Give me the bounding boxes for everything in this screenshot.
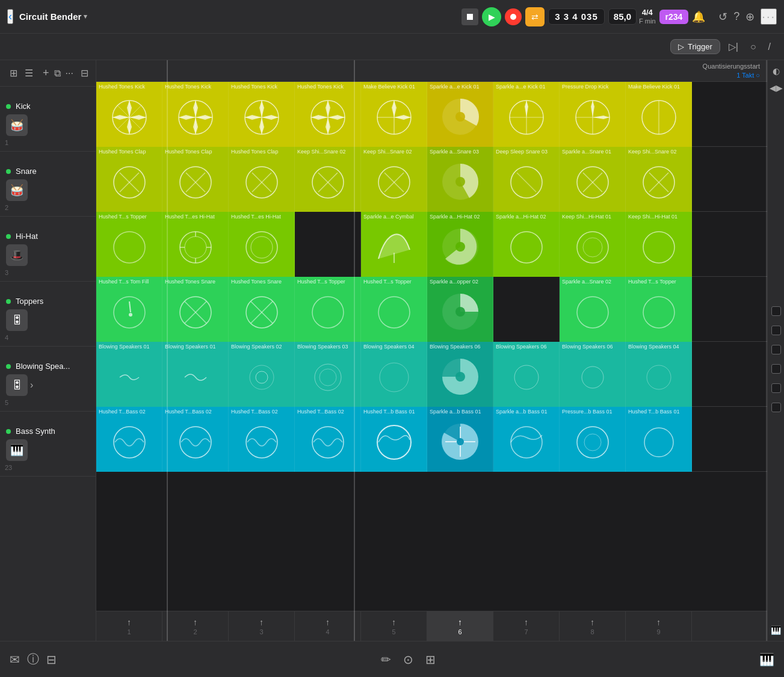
cell-snare-5[interactable]: Keep Shi...Snare 02 xyxy=(361,147,427,212)
cell-kick-4[interactable]: Hushed Tones Kick xyxy=(295,82,361,147)
cell-bass-9[interactable]: Hushed T...b Bass 01 xyxy=(626,407,692,472)
rs-checkbox-3[interactable] xyxy=(771,345,781,354)
track-item-toppers[interactable]: Toppers 🎛 4 xyxy=(0,282,96,347)
col-header-1[interactable]: ↑ 1 xyxy=(96,611,162,641)
cell-snare-4[interactable]: Keep Shi...Snare 02 xyxy=(295,147,361,212)
trigger-button[interactable]: ▷ Trigger xyxy=(670,39,720,54)
info-icon[interactable]: ⓘ xyxy=(27,651,39,667)
col-header-3[interactable]: ↑ 3 xyxy=(229,611,295,641)
cell-toppers-4[interactable]: Hushed T...s Topper xyxy=(295,277,361,342)
cell-toppers-3[interactable]: Hushed Tones Snare xyxy=(229,277,295,342)
grid-scroll[interactable]: Hushed Tones Kick Hushed Tones Kick Hush… xyxy=(96,82,767,611)
cell-bass-6[interactable]: Sparkle a...b Bass 01 xyxy=(427,407,493,472)
pencil-bottom-icon[interactable]: ✏ xyxy=(381,652,391,667)
cell-kick-2[interactable]: Hushed Tones Kick xyxy=(162,82,229,147)
rs-checkbox-1[interactable] xyxy=(771,306,781,316)
cell-hihat-5[interactable]: Sparkle a...e Cymbal xyxy=(361,212,427,277)
piano-bottom-icon[interactable]: 🎹 xyxy=(759,652,774,667)
cell-snare-6[interactable]: Sparkle a...Snare 03 xyxy=(427,147,493,212)
more-options-button[interactable]: ··· xyxy=(761,8,777,25)
duplicate-button[interactable]: ⧉ xyxy=(54,68,61,79)
rs-checkbox-2[interactable] xyxy=(771,326,781,335)
cell-blowing-5[interactable]: Blowing Speakers 04 xyxy=(361,342,427,407)
cell-snare-2[interactable]: Hushed Tones Clap xyxy=(162,147,229,212)
col-header-2[interactable]: ↑ 2 xyxy=(162,611,229,641)
cell-hihat-9[interactable]: Keep Shi...Hi-Hat 01 xyxy=(626,212,692,277)
cell-hihat-7[interactable]: Sparkle a...Hi-Hat 02 xyxy=(493,212,560,277)
cell-kick-7[interactable]: Sparkle a...e Kick 01 xyxy=(493,82,560,147)
col-header-8[interactable]: ↑ 8 xyxy=(560,611,626,641)
track-item-kick[interactable]: Kick 🥁 1 xyxy=(0,87,96,152)
cell-blowing-2[interactable]: Blowing Speakers 01 xyxy=(162,342,229,407)
cell-snare-8[interactable]: Sparkle a...Snare 01 xyxy=(560,147,626,212)
launch-icon-button[interactable]: ▷| xyxy=(725,39,742,55)
cell-kick-1[interactable]: Hushed Tones Kick xyxy=(96,82,162,147)
col-header-5[interactable]: ↑ 5 xyxy=(361,611,427,641)
cell-hihat-8[interactable]: Keep Shi...Hi-Hat 01 xyxy=(560,212,626,277)
cell-bass-3[interactable]: Hushed T...Bass 02 xyxy=(229,407,295,472)
col-header-9[interactable]: ↑ 9 xyxy=(626,611,692,641)
cell-bass-5[interactable]: Hushed T...b Bass 01 xyxy=(361,407,427,472)
ellipsis-button[interactable]: ··· xyxy=(66,68,73,79)
cell-blowing-8[interactable]: Blowing Speakers 06 xyxy=(560,342,626,407)
track-item-bass[interactable]: Bass Synth 🎹 23 xyxy=(0,412,96,477)
cell-toppers-9[interactable]: Hushed T...s Topper xyxy=(626,277,692,342)
mixer-bottom-icon[interactable]: ⊞ xyxy=(425,652,436,667)
scene-launch-button[interactable]: r234 xyxy=(659,10,689,24)
cell-toppers-6[interactable]: Sparkle a...opper 02 xyxy=(427,277,493,342)
position-display[interactable]: 3 3 4 035 xyxy=(548,8,605,25)
back-button[interactable]: ‹ xyxy=(7,9,13,24)
rs-checkbox-6[interactable] xyxy=(771,403,781,412)
rs-checkbox-4[interactable] xyxy=(771,364,781,374)
cell-bass-2[interactable]: Hushed T...Bass 02 xyxy=(162,407,229,472)
col-header-4[interactable]: ↑ 4 xyxy=(295,611,361,641)
play-button[interactable]: ▶ xyxy=(482,7,501,26)
cell-hihat-1[interactable]: Hushed T...s Topper xyxy=(96,212,162,277)
cell-kick-6[interactable]: Sparkle a...e Kick 01 xyxy=(427,82,493,147)
sun-icon[interactable]: ⊙ xyxy=(403,652,413,667)
cell-snare-9[interactable]: Keep Shi...Snare 02 xyxy=(626,147,692,212)
cell-hihat-4[interactable] xyxy=(295,212,361,277)
cell-blowing-9[interactable]: Blowing Speakers 04 xyxy=(626,342,692,407)
cell-kick-8[interactable]: Pressure Drop Kick xyxy=(560,82,626,147)
track-item-hihat[interactable]: Hi-Hat 🎩 3 xyxy=(0,217,96,282)
cell-toppers-2[interactable]: Hushed Tones Snare xyxy=(162,277,229,342)
add-track-button[interactable]: ⊕ xyxy=(745,10,755,23)
list-view-button[interactable]: ☰ xyxy=(22,66,35,80)
layout-icon[interactable]: ⊟ xyxy=(46,652,57,667)
rs-piano-button[interactable]: 🎹 xyxy=(770,624,782,636)
cell-toppers-5[interactable]: Hushed T...s Topper xyxy=(361,277,427,342)
envelope-icon[interactable]: ✉ xyxy=(10,652,20,667)
track-item-blowing[interactable]: Blowing Spea... 🎛 › 5 xyxy=(0,347,96,412)
cell-blowing-1[interactable]: Blowing Speakers 01 xyxy=(96,342,162,407)
cell-toppers-7[interactable] xyxy=(493,277,560,342)
cell-hihat-2[interactable]: Hushed T...es Hi-Hat xyxy=(162,212,229,277)
cell-kick-9[interactable]: Make Believe Kick 01 xyxy=(626,82,692,147)
cell-kick-5[interactable]: Make Believe Kick 01 xyxy=(361,82,427,147)
cell-hihat-3[interactable]: Hushed T...es Hi-Hat xyxy=(229,212,295,277)
mixer-button[interactable]: ⊟ xyxy=(81,67,88,79)
cell-snare-1[interactable]: Hushed Tones Clap xyxy=(96,147,162,212)
stop-button[interactable] xyxy=(461,8,478,25)
pencil-icon-button[interactable]: / xyxy=(765,39,774,55)
cell-snare-3[interactable]: Hushed Tones Clap xyxy=(229,147,295,212)
cell-toppers-8[interactable]: Sparkle a...Snare 02 xyxy=(560,277,626,342)
rs-brightness-button[interactable]: ◐ xyxy=(770,65,782,77)
cell-blowing-7[interactable]: Blowing Speakers 06 xyxy=(493,342,560,407)
rs-volume-button[interactable]: ◀▶ xyxy=(770,82,782,94)
col-header-7[interactable]: ↑ 7 xyxy=(493,611,560,641)
loop-button[interactable]: ⇄ xyxy=(525,7,545,26)
cell-blowing-3[interactable]: Blowing Speakers 02 xyxy=(229,342,295,407)
cell-snare-7[interactable]: Deep Sleep Snare 03 xyxy=(493,147,560,212)
cell-kick-3[interactable]: Hushed Tones Kick xyxy=(229,82,295,147)
cell-blowing-6[interactable]: Blowing Speakers 06 xyxy=(427,342,493,407)
cell-bass-1[interactable]: Hushed T...Bass 02 xyxy=(96,407,162,472)
metronome-icon[interactable]: 🔔 xyxy=(692,10,705,23)
record-button[interactable] xyxy=(505,8,522,25)
cell-bass-4[interactable]: Hushed T...Bass 02 xyxy=(295,407,361,472)
record-icon-button[interactable]: ○ xyxy=(747,39,760,55)
cell-hihat-6[interactable]: Sparkle a...Hi-Hat 02 xyxy=(427,212,493,277)
rs-checkbox-5[interactable] xyxy=(771,383,781,393)
col-header-6[interactable]: ↑ 6 xyxy=(427,611,493,641)
add-button[interactable]: + xyxy=(43,67,49,79)
